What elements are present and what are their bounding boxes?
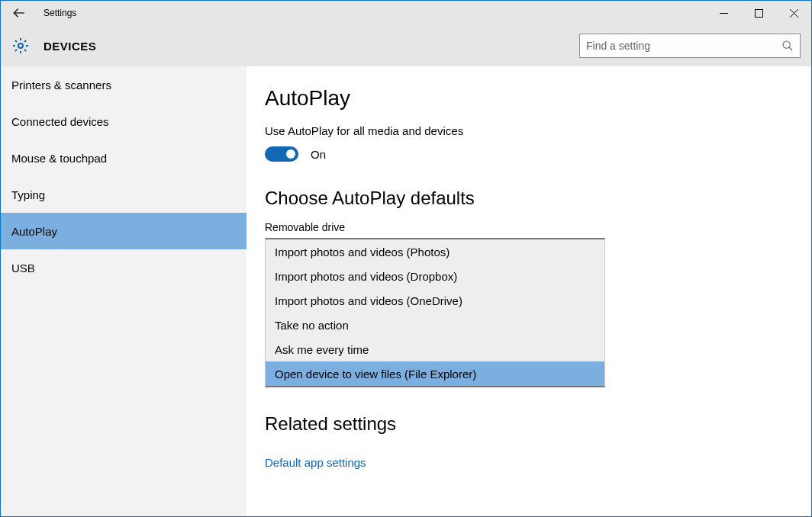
dropdown-option-label: Ask me every time xyxy=(275,343,369,356)
sidebar-item-label: Typing xyxy=(11,188,45,201)
removable-drive-dropdown[interactable]: Import photos and videos (Photos) Import… xyxy=(265,238,605,387)
autoplay-toggle-label: Use AutoPlay for all media and devices xyxy=(265,124,811,137)
sidebar-item-label: Connected devices xyxy=(11,115,109,128)
svg-point-5 xyxy=(18,43,23,48)
dropdown-option-label: Take no action xyxy=(275,319,349,332)
dropdown-option-ask[interactable]: Ask me every time xyxy=(266,337,604,361)
dropdown-option-label: Import photos and videos (OneDrive) xyxy=(275,294,462,307)
minimize-button[interactable] xyxy=(706,1,741,25)
sidebar-item-label: USB xyxy=(11,262,35,275)
section-title-related: Related settings xyxy=(265,413,811,435)
dropdown-option-label: Import photos and videos (Photos) xyxy=(275,246,450,258)
body: Printers & scanners Connected devices Mo… xyxy=(1,66,811,516)
toggle-knob-icon xyxy=(286,149,295,159)
sidebar-item-usb[interactable]: USB xyxy=(1,249,246,286)
dropdown-option-dropbox[interactable]: Import photos and videos (Dropbox) xyxy=(266,264,604,288)
dropdown-option-label: Import photos and videos (Dropbox) xyxy=(275,270,457,283)
maximize-button[interactable] xyxy=(741,1,776,25)
maximize-icon xyxy=(755,9,763,18)
minimize-icon xyxy=(720,9,728,18)
sidebar-item-typing[interactable]: Typing xyxy=(1,176,246,213)
sidebar-item-connected-devices[interactable]: Connected devices xyxy=(1,103,246,140)
close-button[interactable] xyxy=(776,1,811,25)
removable-drive-label: Removable drive xyxy=(265,221,811,233)
svg-rect-2 xyxy=(755,9,762,17)
sidebar-item-label: Printers & scanners xyxy=(11,79,111,92)
close-icon xyxy=(790,9,798,18)
window-title: Settings xyxy=(37,8,76,18)
svg-line-7 xyxy=(789,47,792,50)
dropdown-option-file-explorer[interactable]: Open device to view files (File Explorer… xyxy=(266,361,604,386)
toggle-state-label: On xyxy=(311,148,326,161)
section-title-defaults: Choose AutoPlay defaults xyxy=(265,188,811,209)
sidebar-item-printers-scanners[interactable]: Printers & scanners xyxy=(1,66,246,103)
search-icon xyxy=(781,40,794,52)
autoplay-toggle-row: On xyxy=(265,146,811,162)
titlebar-left: Settings xyxy=(1,1,76,25)
dropdown-option-label: Open device to view files (File Explorer… xyxy=(275,368,476,381)
sidebar-item-label: Mouse & touchpad xyxy=(11,152,107,165)
dropdown-option-photos[interactable]: Import photos and videos (Photos) xyxy=(266,239,604,264)
header-left: DEVICES xyxy=(11,37,96,55)
window-controls xyxy=(706,1,811,25)
sidebar: Printers & scanners Connected devices Mo… xyxy=(1,66,246,516)
back-button[interactable] xyxy=(1,1,37,25)
search-box[interactable] xyxy=(579,34,801,58)
svg-point-6 xyxy=(783,41,790,48)
back-arrow-icon xyxy=(12,6,26,20)
default-app-settings-link[interactable]: Default app settings xyxy=(265,456,366,469)
sidebar-item-label: AutoPlay xyxy=(11,225,57,238)
dropdown-option-onedrive[interactable]: Import photos and videos (OneDrive) xyxy=(266,288,604,313)
autoplay-toggle[interactable] xyxy=(265,146,298,162)
titlebar: Settings xyxy=(1,1,811,25)
dropdown-option-noaction[interactable]: Take no action xyxy=(266,313,604,337)
sidebar-item-autoplay[interactable]: AutoPlay xyxy=(1,213,246,249)
page-title: AutoPlay xyxy=(265,86,811,111)
sidebar-item-mouse-touchpad[interactable]: Mouse & touchpad xyxy=(1,140,246,176)
content-area: AutoPlay Use AutoPlay for all media and … xyxy=(246,66,811,516)
category-title: DEVICES xyxy=(44,40,96,53)
header: DEVICES xyxy=(1,25,811,66)
gear-icon xyxy=(11,37,30,55)
search-input[interactable] xyxy=(586,40,781,52)
